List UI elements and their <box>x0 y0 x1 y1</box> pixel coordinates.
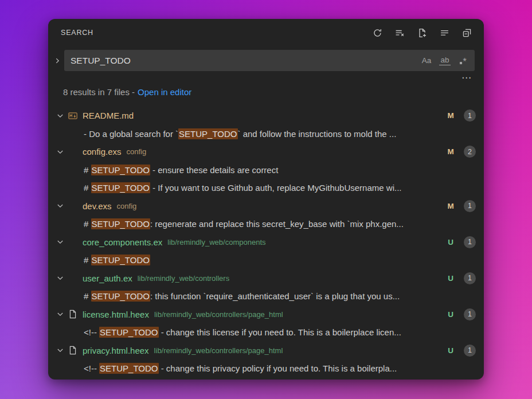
file-icon <box>68 310 77 319</box>
match-text-before: # <box>84 255 91 265</box>
file-result-row[interactable]: dev.exs config M 1 <box>48 197 484 216</box>
match-highlight: SETUP_TODO <box>91 255 150 265</box>
match-highlight: SETUP_TODO <box>91 218 150 229</box>
match-text-before: <!-- <box>84 327 99 337</box>
results-summary: 8 results in 7 files - Open in editor <box>48 84 484 100</box>
file-name: user_auth.ex <box>83 273 132 283</box>
search-view-title: SEARCH <box>61 29 93 37</box>
match-text-after: - change this license if you need to. Th… <box>159 327 401 337</box>
match-highlight: SETUP_TODO <box>99 363 158 374</box>
match-result-row[interactable]: # SETUP_TODO - ensure these details are … <box>48 161 484 179</box>
git-status-badge: U <box>445 310 456 319</box>
toggle-replace-chevron-icon[interactable] <box>50 50 64 71</box>
search-toggles: Aa ab * <box>420 54 470 68</box>
search-view-header: SEARCH <box>48 19 484 46</box>
match-text-after: - If you want to use Github auth, replac… <box>150 183 402 193</box>
match-result-row[interactable]: # SETUP_TODO - If you want to use Github… <box>48 179 484 197</box>
chevron-down-icon[interactable] <box>56 147 65 157</box>
match-text-after: : this function `require_authenticated_u… <box>150 291 400 301</box>
match-text-after: ` and follow the instructions to mold th… <box>238 129 397 139</box>
search-toolbar <box>371 27 472 38</box>
search-view-panel: SEARCH <box>48 19 484 380</box>
chevron-down-icon[interactable] <box>56 201 65 210</box>
match-text-after: - change this privacy policy if you need… <box>159 363 397 373</box>
file-path: lib/remindly_web/controllers <box>138 274 229 283</box>
more-actions-icon[interactable]: ⋯ <box>461 73 472 83</box>
match-case-icon[interactable]: Aa <box>420 54 433 68</box>
whole-word-icon[interactable]: ab <box>439 54 451 68</box>
whole-word-glyph: ab <box>439 56 450 65</box>
chevron-down-icon[interactable] <box>56 237 65 247</box>
more-actions-row: ⋯ <box>48 71 484 84</box>
file-icon <box>68 346 77 355</box>
elixir-icon <box>68 237 77 247</box>
match-text-before: # <box>84 183 91 193</box>
chevron-down-icon[interactable] <box>56 111 65 120</box>
elixir-icon <box>68 201 77 210</box>
git-status-badge: M <box>445 147 456 156</box>
file-result-row[interactable]: license.html.heex lib/remindly_web/contr… <box>48 306 484 324</box>
file-path: lib/remindly_web/components <box>167 238 265 247</box>
match-text-before: # <box>84 219 91 229</box>
git-status-badge: M <box>445 202 456 210</box>
git-status-badge: U <box>445 346 456 355</box>
match-result-row[interactable]: # SETUP_TODO <box>48 251 484 269</box>
match-count-badge: 1 <box>464 272 476 284</box>
match-result-row[interactable]: <!-- SETUP_TODO - change this license if… <box>48 323 484 342</box>
git-status-badge: U <box>445 274 456 283</box>
file-path: lib/remindly_web/controllers/page_html <box>154 346 283 355</box>
file-result-row[interactable]: user_auth.ex lib/remindly_web/controller… <box>48 269 484 288</box>
chevron-down-icon[interactable] <box>56 273 65 283</box>
file-name: config.exs <box>83 147 122 157</box>
results-summary-text: 8 results in 7 files - <box>63 87 135 97</box>
git-status-badge: M <box>445 111 456 120</box>
match-text-before: # <box>84 291 91 301</box>
search-input[interactable] <box>71 56 420 66</box>
file-name: dev.exs <box>83 201 112 211</box>
results-list: README.md M 1 - Do a global search for `… <box>48 107 484 378</box>
match-result-row[interactable]: <!-- SETUP_TODO - change this privacy po… <box>48 359 484 378</box>
file-result-row[interactable]: config.exs config M 2 <box>48 143 484 161</box>
open-new-search-editor-icon[interactable] <box>416 27 428 38</box>
file-result-row[interactable]: core_components.ex lib/remindly_web/comp… <box>48 233 484 252</box>
open-in-editor-link[interactable]: Open in editor <box>138 87 191 97</box>
file-result-row[interactable]: README.md M 1 <box>48 107 484 125</box>
file-result-row[interactable]: privacy.html.heex lib/remindly_web/contr… <box>48 342 484 360</box>
match-count-badge: 1 <box>464 109 476 122</box>
match-highlight: SETUP_TODO <box>91 165 150 175</box>
match-highlight: SETUP_TODO <box>178 128 237 139</box>
match-highlight: SETUP_TODO <box>99 327 158 338</box>
match-text-after: : regenerate and replace this secret_key… <box>150 219 404 229</box>
file-name: privacy.html.heex <box>83 346 149 355</box>
match-text-before: <!-- <box>84 363 99 373</box>
match-count-badge: 1 <box>464 345 476 357</box>
elixir-icon <box>68 147 77 157</box>
match-count-badge: 1 <box>464 200 476 212</box>
refresh-icon[interactable] <box>371 27 383 38</box>
chevron-down-icon[interactable] <box>56 310 65 319</box>
match-text-before: - Do a global search for ` <box>84 129 178 139</box>
match-text-after: - ensure these details are correct <box>150 165 278 175</box>
elixir-icon <box>68 273 77 283</box>
file-name: README.md <box>83 111 134 120</box>
match-count-badge: 1 <box>464 308 476 320</box>
collapse-all-icon[interactable] <box>461 27 472 38</box>
file-name: license.html.heex <box>83 310 149 319</box>
match-result-row[interactable]: # SETUP_TODO: regenerate and replace thi… <box>48 215 484 233</box>
match-count-badge: 1 <box>464 236 476 248</box>
match-result-row[interactable]: - Do a global search for `SETUP_TODO` an… <box>48 125 484 143</box>
search-row: Aa ab * <box>48 46 484 71</box>
view-as-list-icon[interactable] <box>439 27 450 38</box>
match-highlight: SETUP_TODO <box>91 291 150 302</box>
clear-search-results-icon[interactable] <box>394 27 405 38</box>
search-box[interactable]: Aa ab * <box>64 50 475 71</box>
git-status-badge: U <box>445 238 456 247</box>
chevron-down-icon[interactable] <box>56 346 65 355</box>
regex-icon[interactable]: * <box>457 54 470 68</box>
match-highlight: SETUP_TODO <box>91 182 150 193</box>
file-name: core_components.ex <box>83 237 162 247</box>
match-result-row[interactable]: # SETUP_TODO: this function `require_aut… <box>48 287 484 306</box>
markdown-icon <box>68 111 77 120</box>
regex-star: * <box>463 57 466 67</box>
regex-dot <box>460 62 462 64</box>
